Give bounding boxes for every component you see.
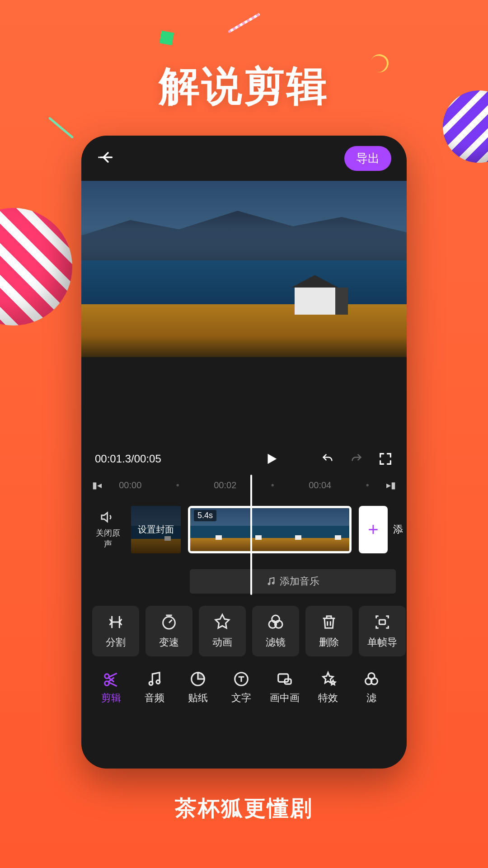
music-track-row: 添加音乐: [81, 563, 407, 599]
ruler-mark: 00:02: [214, 480, 236, 491]
tool-filter[interactable]: 滤镜: [252, 606, 299, 656]
tool-label: 变速: [159, 636, 179, 649]
export-button[interactable]: 导出: [344, 146, 391, 171]
tab-edit[interactable]: 剪辑: [89, 667, 133, 708]
current-time: 00:01.3: [95, 453, 131, 465]
svg-rect-13: [278, 674, 288, 682]
tab-label: 音频: [145, 691, 164, 705]
tab-label: 特效: [318, 691, 338, 705]
tab-filter[interactable]: 滤: [350, 667, 393, 708]
redo-button[interactable]: [349, 453, 364, 465]
tool-split[interactable]: 分割: [92, 606, 139, 656]
tool-label: 单帧导: [367, 636, 397, 649]
ruler-mark: 00:04: [309, 480, 331, 491]
tab-label: 滤: [366, 691, 376, 705]
decorative-ball-left: [0, 208, 72, 326]
tab-label: 画中画: [270, 691, 300, 705]
tool-label: 分割: [106, 636, 126, 649]
video-preview[interactable]: [81, 181, 407, 357]
hero-title: 解说剪辑: [0, 59, 488, 114]
ruler-mark: 00:00: [119, 480, 141, 491]
svg-point-0: [268, 583, 270, 585]
footer-tagline: 茶杯狐更懂剧: [0, 794, 488, 823]
tool-delete[interactable]: 删除: [305, 606, 352, 656]
tool-label: 动画: [212, 636, 232, 649]
svg-point-1: [272, 582, 274, 584]
tool-export-frame[interactable]: 单帧导: [359, 606, 406, 656]
clip-tools-row: 分割 变速 动画 滤镜 删除 单帧导: [81, 599, 407, 663]
tab-label: 贴纸: [188, 691, 208, 705]
tab-audio[interactable]: 音频: [133, 667, 176, 708]
tool-label: 滤镜: [266, 636, 286, 649]
tab-label: 文字: [231, 691, 251, 705]
tab-text[interactable]: 文字: [220, 667, 263, 708]
editor-topbar: 导出: [81, 136, 407, 181]
confetti-square: [160, 31, 174, 45]
confetti-stripe: [228, 13, 260, 33]
ruler-prev-icon[interactable]: ▮◂: [92, 480, 102, 491]
clip-duration-badge: 5.4s: [194, 510, 216, 521]
svg-point-10: [156, 680, 160, 684]
fullscreen-button[interactable]: [378, 451, 393, 467]
timeline[interactable]: 关闭原声 设置封面 5.4s + 添: [81, 495, 407, 563]
confetti-stripe: [48, 117, 74, 139]
preview-letterbox: [81, 357, 407, 443]
svg-rect-6: [379, 620, 385, 624]
tool-speed[interactable]: 变速: [145, 606, 192, 656]
phone-frame: 导出 00:01.3/00:05 ▮◂ 00:00 • 00:02 • 00:0…: [81, 136, 407, 769]
tool-animate[interactable]: 动画: [199, 606, 246, 656]
tool-label: 删除: [319, 636, 339, 649]
tab-sticker[interactable]: 贴纸: [176, 667, 220, 708]
svg-point-2: [163, 617, 175, 629]
tab-fx[interactable]: 特效: [306, 667, 350, 708]
bottom-tabs: 剪辑 音频 贴纸 文字 画中画 特效 滤: [81, 663, 407, 717]
playback-time: 00:01.3/00:05: [95, 453, 161, 465]
ruler-next-icon[interactable]: ▸▮: [386, 480, 396, 491]
svg-point-9: [149, 682, 153, 685]
set-cover-button[interactable]: 设置封面: [131, 506, 181, 553]
total-time: 00:05: [134, 453, 161, 465]
tab-pip[interactable]: 画中画: [263, 667, 306, 708]
add-clip-button[interactable]: +: [359, 506, 388, 553]
mute-original-button[interactable]: 关闭原声: [92, 509, 124, 549]
play-button[interactable]: [264, 451, 279, 467]
back-button[interactable]: [97, 148, 115, 168]
add-music-button[interactable]: 添加音乐: [190, 569, 396, 594]
playhead[interactable]: [250, 475, 252, 595]
video-clip[interactable]: 5.4s: [188, 506, 352, 553]
add-clip-label: 添: [393, 523, 407, 536]
cover-label: 设置封面: [131, 506, 181, 553]
playback-bar: 00:01.3/00:05: [81, 443, 407, 475]
tab-label: 剪辑: [101, 691, 121, 705]
add-music-label: 添加音乐: [280, 575, 319, 588]
timeline-ruler[interactable]: ▮◂ 00:00 • 00:02 • 00:04 • ▸▮: [81, 475, 407, 495]
undo-button[interactable]: [320, 453, 335, 465]
mute-label: 关闭原声: [92, 528, 124, 549]
